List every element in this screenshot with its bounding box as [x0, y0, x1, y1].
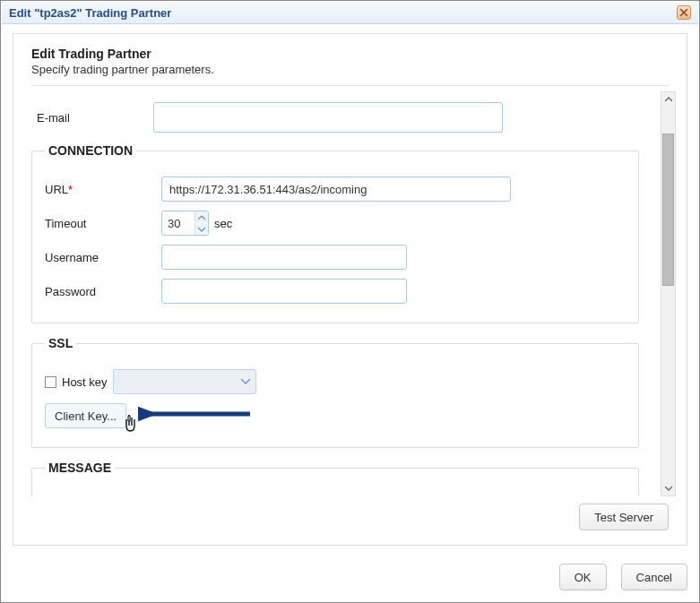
url-field[interactable]: [161, 177, 511, 202]
chevron-down-icon: [241, 379, 250, 384]
scroll-up-button[interactable]: [661, 92, 675, 107]
ssl-group: SSL Host key: [31, 336, 639, 448]
client-key-label: Client Key...: [55, 409, 117, 423]
chevron-down-icon: [198, 227, 205, 232]
hostkey-label: Host key: [62, 375, 108, 389]
message-group: MESSAGE: [31, 461, 639, 496]
hostkey-checkbox[interactable]: [45, 376, 56, 388]
connection-group: CONNECTION URL* Timeout: [31, 143, 639, 323]
pointer-arrow-annotation: [138, 399, 255, 429]
stepper-down[interactable]: [195, 223, 208, 235]
client-key-button[interactable]: Client Key...: [45, 403, 126, 428]
password-label: Password: [45, 285, 161, 298]
form-panel: Edit Trading Partner Specify trading par…: [13, 33, 687, 546]
chevron-up-icon: [665, 96, 672, 103]
ssl-legend: SSL: [45, 336, 76, 350]
url-label: URL*: [45, 183, 161, 196]
field-row-timeout: Timeout: [45, 208, 626, 238]
panel-header: Edit Trading Partner Specify trading par…: [13, 47, 687, 80]
dialog-title: Edit "tp2as2" Trading Partner: [9, 6, 171, 20]
username-label: Username: [45, 251, 161, 264]
close-icon: [679, 8, 688, 17]
required-mark: *: [68, 183, 73, 196]
password-field[interactable]: [161, 279, 407, 304]
timeout-value[interactable]: [162, 211, 194, 235]
chevron-up-icon: [198, 215, 205, 220]
scrollbar-track[interactable]: [661, 107, 675, 481]
stepper-up[interactable]: [195, 211, 208, 223]
close-button[interactable]: [677, 5, 691, 20]
url-label-text: URL: [45, 183, 68, 196]
divider: [31, 85, 669, 86]
test-server-button[interactable]: Test Server: [579, 504, 669, 530]
timeout-label: Timeout: [45, 217, 161, 230]
scroll-down-button[interactable]: [661, 481, 675, 495]
username-field[interactable]: [161, 245, 407, 270]
dialog-footer: OK Cancel: [2, 555, 698, 601]
hostkey-select[interactable]: [113, 369, 256, 394]
vertical-scrollbar[interactable]: [661, 91, 676, 496]
field-row-hostkey: Host key: [45, 366, 626, 397]
message-legend: MESSAGE: [45, 461, 115, 475]
titlebar: Edit "tp2as2" Trading Partner: [2, 2, 698, 24]
select-arrow: [236, 379, 255, 384]
form-content: E-mail CONNECTION URL* Timeout: [13, 91, 657, 496]
field-row-url: URL*: [45, 174, 626, 204]
timeout-unit: sec: [214, 217, 232, 230]
timeout-stepper[interactable]: [161, 211, 209, 236]
ok-button[interactable]: OK: [559, 564, 607, 590]
scrollable-area: E-mail CONNECTION URL* Timeout: [13, 91, 687, 496]
scrollbar-thumb[interactable]: [662, 134, 674, 286]
dialog-body: Edit Trading Partner Specify trading par…: [2, 24, 698, 555]
panel-subtitle: Specify trading partner parameters.: [31, 61, 669, 76]
email-label: E-mail: [37, 111, 153, 125]
panel-title: Edit Trading Partner: [31, 47, 669, 61]
field-row-username: Username: [45, 242, 626, 272]
field-row-password: Password: [45, 276, 626, 306]
panel-actions: Test Server: [13, 496, 687, 534]
field-row-email: E-mail: [37, 102, 639, 133]
connection-legend: CONNECTION: [45, 143, 136, 158]
field-row-clientkey: Client Key...: [45, 401, 626, 431]
email-field[interactable]: [153, 102, 503, 133]
cancel-button[interactable]: Cancel: [621, 564, 687, 590]
chevron-down-icon: [665, 485, 672, 492]
